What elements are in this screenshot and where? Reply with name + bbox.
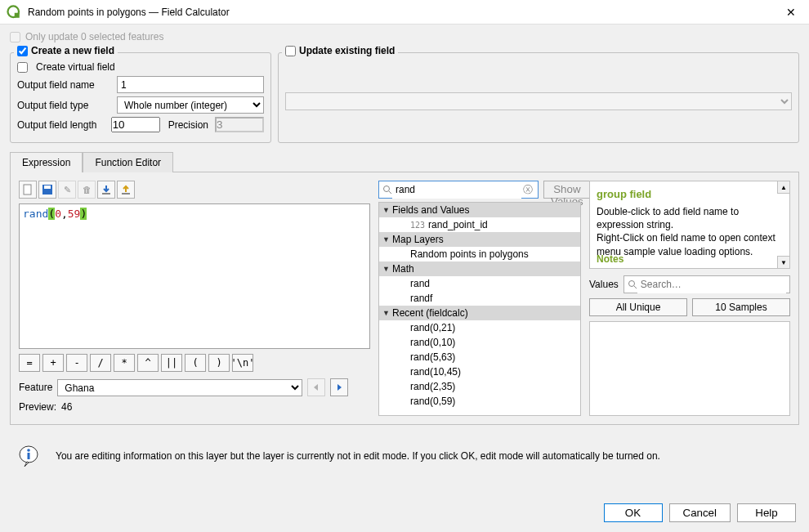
ten-samples-button[interactable]: 10 Samples xyxy=(692,298,790,316)
tree-item[interactable]: Random points in polygons xyxy=(379,247,580,262)
output-name-input[interactable] xyxy=(117,76,264,93)
tree-group-fields-label: Fields and Values xyxy=(392,204,470,216)
info-icon xyxy=(18,445,41,467)
svg-rect-5 xyxy=(102,193,110,194)
tree-item[interactable]: rand(0,59) xyxy=(379,394,580,409)
tree-item[interactable]: 123rand_point_id xyxy=(379,217,580,232)
delete-icon: 🗑 xyxy=(78,181,96,199)
only-update-checkbox xyxy=(10,32,20,42)
function-search-box[interactable]: ⓧ xyxy=(378,181,539,199)
import-icon[interactable] xyxy=(97,181,115,199)
scroll-up-icon[interactable]: ▲ xyxy=(777,181,790,194)
precision-label: Precision xyxy=(168,119,208,131)
tree-item[interactable]: rand(5,63) xyxy=(379,350,580,364)
expr-token-open: ( xyxy=(48,208,55,220)
feature-label: Feature xyxy=(19,382,52,393)
expr-token-comma: , xyxy=(61,208,68,220)
tree-item[interactable]: rand(10,45) xyxy=(379,364,580,379)
help-text-1: Double-click to add field name to expres… xyxy=(597,205,783,231)
update-field-checkbox[interactable] xyxy=(285,46,296,56)
field-type-icon: 123 xyxy=(410,221,425,230)
window-title: Random points in polygons — Field Calcul… xyxy=(28,7,780,18)
output-length-label: Output field length xyxy=(17,119,108,131)
update-field-header-label: Update existing field xyxy=(299,45,395,56)
function-tree[interactable]: ▼Fields and Values 123rand_point_id ▼Map… xyxy=(378,202,581,416)
all-unique-button[interactable]: All Unique xyxy=(589,298,687,316)
output-type-select[interactable]: Whole number (integer) xyxy=(117,96,264,114)
titlebar: Random points in polygons — Field Calcul… xyxy=(0,0,809,25)
op-plus[interactable]: + xyxy=(42,354,64,372)
output-name-label: Output field name xyxy=(17,79,114,91)
tab-expression[interactable]: Expression xyxy=(10,152,83,172)
close-icon[interactable]: ✕ xyxy=(780,2,802,22)
prev-feature-icon[interactable] xyxy=(307,378,325,396)
help-button[interactable]: Help xyxy=(737,503,796,522)
help-text-2: Right-Click on field name to open contex… xyxy=(597,231,783,257)
export-icon[interactable] xyxy=(117,181,135,199)
operator-row: = + - / * ^ || ( ) '\n' xyxy=(19,354,370,372)
svg-rect-2 xyxy=(24,185,31,194)
svg-rect-6 xyxy=(122,193,130,194)
cancel-button[interactable]: Cancel xyxy=(669,503,731,522)
scroll-down-icon[interactable]: ▼ xyxy=(777,256,790,269)
clear-search-icon[interactable]: ⓧ xyxy=(521,183,534,197)
expression-editor[interactable]: rand(0,59) xyxy=(19,203,370,349)
tree-item[interactable]: randf xyxy=(379,291,580,306)
edit-icon: ✎ xyxy=(58,181,76,199)
function-search-input[interactable] xyxy=(392,181,521,199)
help-notes: Notes xyxy=(597,253,624,265)
op-div[interactable]: / xyxy=(90,354,111,372)
op-pow[interactable]: ^ xyxy=(137,354,159,372)
preview-value: 46 xyxy=(61,401,72,413)
tree-item[interactable]: rand xyxy=(379,276,580,291)
create-field-checkbox[interactable] xyxy=(17,46,28,56)
output-length-spin[interactable] xyxy=(111,117,160,132)
values-search-box[interactable] xyxy=(624,275,790,293)
expr-token-func: rand xyxy=(23,208,48,220)
svg-rect-4 xyxy=(44,186,51,189)
save-icon[interactable] xyxy=(38,181,56,199)
tree-group-recent-label: Recent (fieldcalc) xyxy=(392,307,468,319)
info-text: You are editing information on this laye… xyxy=(56,450,660,462)
virtual-field-checkbox[interactable] xyxy=(17,62,28,73)
ok-button[interactable]: OK xyxy=(604,503,663,522)
op-rparen[interactable]: ) xyxy=(208,354,230,372)
tree-group-recent[interactable]: ▼Recent (fieldcalc) xyxy=(379,306,580,320)
op-minus[interactable]: - xyxy=(66,354,87,372)
op-newline[interactable]: '\n' xyxy=(232,354,253,372)
update-field-header[interactable]: Update existing field xyxy=(282,45,398,56)
tree-group-maplayers-label: Map Layers xyxy=(392,234,444,245)
feature-select[interactable]: Ghana xyxy=(57,379,302,396)
svg-point-7 xyxy=(384,186,390,192)
values-list[interactable] xyxy=(589,321,790,416)
create-field-header-label: Create a new field xyxy=(31,45,114,56)
tree-group-fields[interactable]: ▼Fields and Values xyxy=(379,203,580,217)
tree-group-math-label: Math xyxy=(392,263,414,275)
precision-spin xyxy=(215,117,264,132)
svg-rect-13 xyxy=(28,453,30,459)
update-field-select xyxy=(285,92,792,110)
output-type-label: Output field type xyxy=(17,100,114,111)
only-update-row: Only update 0 selected features xyxy=(10,31,799,42)
svg-line-8 xyxy=(389,191,391,194)
next-feature-icon[interactable] xyxy=(330,378,348,396)
show-values-button: Show Values xyxy=(543,181,591,199)
search-icon xyxy=(628,279,637,289)
virtual-field-label: Create virtual field xyxy=(36,61,115,73)
tab-function-editor[interactable]: Function Editor xyxy=(83,152,173,172)
preview-label: Preview: xyxy=(19,401,56,413)
new-icon[interactable] xyxy=(19,181,37,199)
tree-item-label: rand_point_id xyxy=(428,219,488,230)
svg-rect-1 xyxy=(15,12,20,17)
values-search-input[interactable] xyxy=(637,276,786,293)
create-field-header[interactable]: Create a new field xyxy=(14,45,118,56)
op-concat[interactable]: || xyxy=(161,354,182,372)
tree-item[interactable]: rand(0,21) xyxy=(379,320,580,335)
tree-item[interactable]: rand(0,10) xyxy=(379,335,580,350)
tree-item[interactable]: rand(2,35) xyxy=(379,379,580,394)
tree-group-maplayers[interactable]: ▼Map Layers xyxy=(379,232,580,247)
op-lparen[interactable]: ( xyxy=(185,354,206,372)
op-mul[interactable]: * xyxy=(114,354,135,372)
tree-group-math[interactable]: ▼Math xyxy=(379,262,580,276)
op-eq[interactable]: = xyxy=(19,354,40,372)
